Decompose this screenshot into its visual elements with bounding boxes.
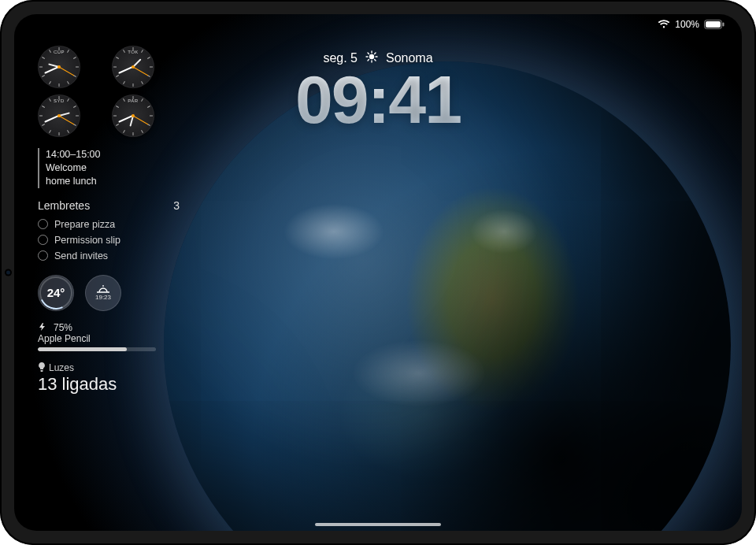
event-title-line2: home lunch — [46, 175, 180, 188]
pencil-name: Apple Pencil — [38, 333, 180, 344]
event-time: 14:00–15:00 — [46, 148, 180, 161]
home-indicator[interactable] — [315, 523, 441, 526]
svg-line-10 — [368, 60, 369, 61]
reminder-checkbox[interactable] — [38, 219, 48, 229]
sunset-time: 19:23 — [95, 294, 111, 301]
calendar-widget[interactable]: 14:00–15:00 Welcome home lunch — [38, 148, 180, 188]
svg-line-8 — [368, 53, 369, 54]
world-clock-widget[interactable]: CUPTOKSYDPAR — [38, 46, 180, 137]
svg-line-11 — [375, 53, 376, 54]
reminder-checkbox[interactable] — [38, 250, 48, 261]
reminder-label: Send invites — [54, 250, 108, 261]
reminder-checkbox[interactable] — [38, 235, 48, 245]
reminder-item[interactable]: Send invites — [38, 248, 180, 264]
home-label: Luzes — [49, 362, 74, 373]
sunset-icon — [95, 284, 111, 294]
event-title-line1: Welcome — [46, 161, 180, 175]
battery-icon — [704, 20, 724, 29]
reminder-item[interactable]: Permission slip — [38, 232, 180, 248]
pencil-percent: 75% — [54, 322, 72, 333]
analog-clock-syd[interactable]: SYD — [38, 95, 80, 137]
analog-clock-cup[interactable]: CUP — [38, 46, 80, 88]
battery-percent-label: 100% — [675, 19, 699, 30]
analog-clock-tok[interactable]: TOK — [112, 46, 154, 88]
svg-line-9 — [375, 60, 376, 61]
reminders-header: Lembretes — [38, 199, 90, 212]
charging-icon — [38, 322, 50, 333]
wifi-icon — [658, 20, 670, 29]
ipad-frame: 100% seg. 5 Sonoma 09:41 CUPTOKSYDPAR 14… — [0, 0, 756, 545]
reminder-label: Permission slip — [54, 235, 120, 246]
circular-widgets-row: 24° 19:23 — [38, 275, 180, 311]
svg-rect-2 — [723, 23, 724, 27]
analog-clock-par[interactable]: PAR — [112, 95, 154, 137]
lock-clock: seg. 5 Sonoma 09:41 — [295, 50, 461, 130]
reminders-count: 3 — [173, 199, 180, 212]
widget-column: CUPTOKSYDPAR 14:00–15:00 Welcome home lu… — [38, 46, 180, 395]
reminders-widget[interactable]: Lembretes 3 Prepare pizzaPermission slip… — [38, 199, 180, 264]
status-bar: 100% — [658, 19, 724, 30]
front-camera — [6, 271, 10, 275]
svg-point-3 — [369, 54, 374, 59]
temp-value: 24 — [47, 286, 61, 299]
home-value: 13 ligadas — [38, 374, 180, 395]
battery-widget[interactable]: 75% Apple Pencil — [38, 322, 180, 351]
lock-screen[interactable]: 100% seg. 5 Sonoma 09:41 CUPTOKSYDPAR 14… — [14, 14, 742, 531]
weather-temp-widget[interactable]: 24° — [38, 275, 74, 311]
pencil-progress — [38, 347, 156, 351]
lock-time: 09:41 — [295, 69, 461, 130]
home-widget[interactable]: Luzes 13 ligadas — [38, 362, 180, 395]
svg-rect-1 — [706, 21, 721, 28]
reminder-label: Prepare pizza — [54, 219, 115, 230]
sunset-widget[interactable]: 19:23 — [85, 275, 121, 311]
reminder-item[interactable]: Prepare pizza — [38, 217, 180, 232]
lightbulb-icon — [38, 362, 46, 374]
